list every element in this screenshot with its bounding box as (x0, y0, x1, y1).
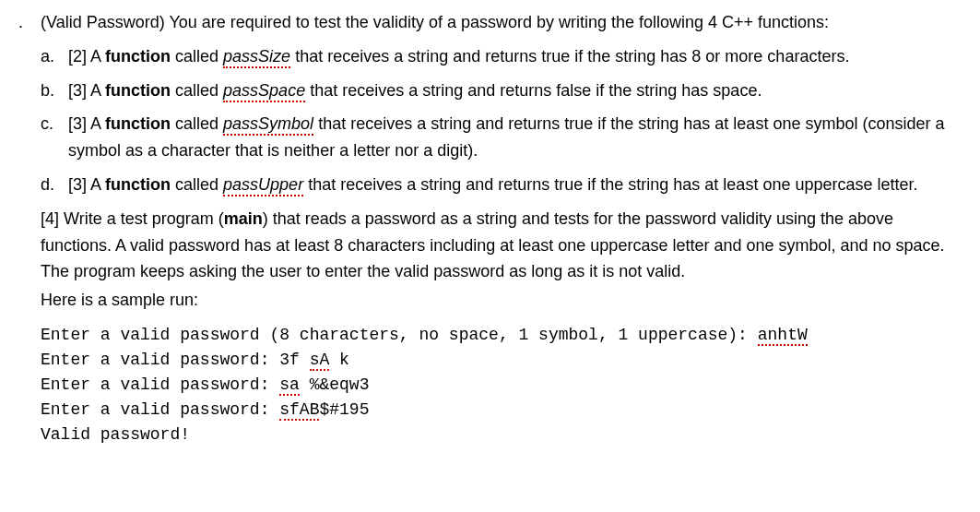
sample-line-4: Enter a valid password: sfAB$#195 (41, 398, 962, 423)
sl4a: Enter a valid password: (41, 400, 279, 419)
func-name-passSize: passSize (223, 47, 290, 68)
sl1b: anhtW (758, 326, 808, 346)
sl4c: $#195 (319, 400, 369, 419)
sl3c: %&eqw3 (300, 375, 370, 394)
sub-item-c: c. [3] A function called passSymbol that… (41, 111, 962, 164)
bold-d: function (105, 175, 171, 194)
points-a: [2] A (68, 47, 105, 65)
sl2c: k (329, 351, 349, 369)
tail-d: that receives a string and returns true … (303, 175, 917, 194)
sample-run: Enter a valid password (8 characters, no… (41, 323, 962, 447)
sl1a: Enter a valid password (8 characters, no… (41, 326, 758, 344)
sl3b: sa (279, 375, 300, 396)
bold-a: function (105, 47, 171, 65)
main-task-pre: [4] Write a test program ( (41, 209, 224, 228)
tail-a: that receives a string and returns true … (290, 47, 849, 65)
sub-items: a. [2] A function called passSize that r… (41, 43, 962, 198)
problem-number: . (18, 9, 41, 36)
sub-label-d: d. (41, 172, 68, 198)
sub-text-a: [2] A function called passSize that rece… (68, 43, 962, 70)
sub-item-a: a. [2] A function called passSize that r… (41, 43, 962, 70)
mid-a: called (171, 47, 223, 65)
sub-item-b: b. [3] A function called passSpace that … (41, 77, 962, 104)
main-task-text: [4] Write a test program (main) that rea… (41, 206, 962, 285)
sample-line-3: Enter a valid password: sa %&eqw3 (41, 373, 962, 398)
mid-b: called (171, 81, 223, 100)
sub-item-d: d. [3] A function called passUpper that … (41, 172, 962, 198)
func-name-passUpper: passUpper (223, 175, 303, 196)
points-d: [3] A (68, 175, 105, 194)
sample-line-1: Enter a valid password (8 characters, no… (41, 323, 962, 348)
points-c: [3] A (68, 114, 105, 133)
tail-b: that receives a string and returns false… (305, 81, 762, 100)
sl3a: Enter a valid password: (41, 375, 279, 394)
problem-heading: . (Valid Password) You are required to t… (18, 9, 962, 36)
main-task: [4] Write a test program (main) that rea… (41, 206, 962, 314)
sub-text-d: [3] A function called passUpper that rec… (68, 172, 962, 198)
bold-c: function (105, 114, 171, 133)
sub-text-c: [3] A function called passSymbol that re… (68, 111, 962, 164)
sample-line-5: Valid password! (41, 423, 962, 447)
problem-intro: (Valid Password) You are required to tes… (41, 9, 962, 36)
sl2b: sA (310, 351, 330, 371)
sl2a: Enter a valid password: 3f (41, 351, 310, 369)
bold-b: function (105, 81, 171, 100)
sub-label-b: b. (41, 77, 68, 104)
mid-d: called (171, 175, 223, 194)
func-name-passSpace: passSpace (223, 81, 305, 102)
func-name-passSymbol: passSymbol (223, 114, 313, 136)
sub-label-a: a. (41, 43, 68, 70)
points-b: [3] A (68, 81, 105, 100)
sample-line-2: Enter a valid password: 3f sA k (41, 348, 962, 373)
sub-text-b: [3] A function called passSpace that rec… (68, 77, 962, 104)
sample-intro: Here is a sample run: (41, 287, 962, 314)
sub-label-c: c. (41, 111, 68, 164)
sl4b: sfAB (279, 400, 319, 421)
mid-c: called (171, 114, 223, 133)
main-bold: main (224, 209, 263, 228)
